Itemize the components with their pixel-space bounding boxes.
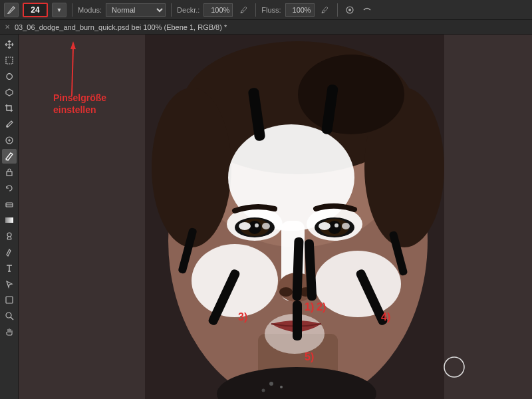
modus-label: Modus:: [78, 6, 102, 14]
svg-rect-7: [5, 217, 13, 223]
tab-bar: ✕ 03_06_dodge_and_burn_quick.psd bei 100…: [0, 20, 532, 35]
fluss-pressure-icon[interactable]: 🖊: [319, 3, 332, 17]
main-area: 1) 2) 3) 4) 5) Pinselgröße einstellen: [0, 35, 532, 399]
tool-select-rect[interactable]: [2, 53, 17, 68]
brush-preset-icon[interactable]: ▼: [52, 3, 66, 17]
tool-dodge[interactable]: [2, 229, 17, 243]
separator-1: [72, 3, 72, 17]
left-toolbar: [0, 35, 19, 399]
svg-rect-5: [7, 172, 12, 176]
photo-canvas: [19, 35, 532, 399]
tool-shape[interactable]: [2, 293, 17, 307]
tool-path-select[interactable]: [2, 277, 17, 291]
svg-point-3: [6, 126, 8, 128]
brush-tool-icon[interactable]: [4, 3, 19, 17]
tool-text[interactable]: [2, 261, 17, 275]
svg-rect-9: [6, 297, 13, 303]
tool-hand[interactable]: [2, 325, 17, 339]
separator-3: [255, 3, 256, 17]
svg-point-10: [6, 313, 11, 318]
separator-2: [171, 3, 172, 17]
tool-zoom[interactable]: [2, 309, 17, 323]
smoothing-icon[interactable]: [360, 3, 374, 17]
deckr-label: Deckr.:: [177, 6, 200, 14]
modus-dropdown[interactable]: Normal Multiplizieren Aufhellen: [106, 3, 166, 17]
tool-brush[interactable]: [2, 149, 17, 164]
separator-4: [337, 3, 338, 17]
deckr-pressure-icon[interactable]: 🖊: [237, 3, 250, 17]
tool-spot-heal[interactable]: [2, 133, 17, 148]
tool-stamp[interactable]: [2, 165, 17, 180]
fluss-label: Fluss:: [261, 6, 281, 14]
tool-history-brush[interactable]: [2, 181, 17, 196]
tool-lasso[interactable]: [2, 69, 17, 84]
airbrush-icon[interactable]: [343, 3, 356, 17]
tool-crop[interactable]: [2, 101, 17, 116]
tool-eraser[interactable]: [2, 197, 17, 211]
tool-eyedropper[interactable]: [2, 117, 17, 132]
tool-polygon[interactable]: [2, 85, 17, 100]
brush-size-display[interactable]: 24: [23, 3, 48, 17]
tab-title: 03_06_dodge_and_burn_quick.psd bei 100% …: [15, 23, 227, 31]
top-toolbar: 24 ▼ Modus: Normal Multiplizieren Aufhel…: [0, 0, 532, 20]
tool-gradient[interactable]: [2, 213, 17, 227]
brush-size-value: 24: [31, 5, 39, 15]
fluss-input[interactable]: [285, 3, 315, 17]
tab-close-button[interactable]: ✕: [3, 23, 12, 32]
svg-point-1: [348, 9, 351, 11]
svg-rect-2: [6, 57, 13, 64]
svg-point-8: [7, 233, 11, 237]
tool-pen[interactable]: [2, 245, 17, 259]
deckr-input[interactable]: [203, 3, 233, 17]
canvas-area: 1) 2) 3) 4) 5) Pinselgröße einstellen: [19, 35, 532, 399]
tool-move[interactable]: [2, 37, 17, 52]
